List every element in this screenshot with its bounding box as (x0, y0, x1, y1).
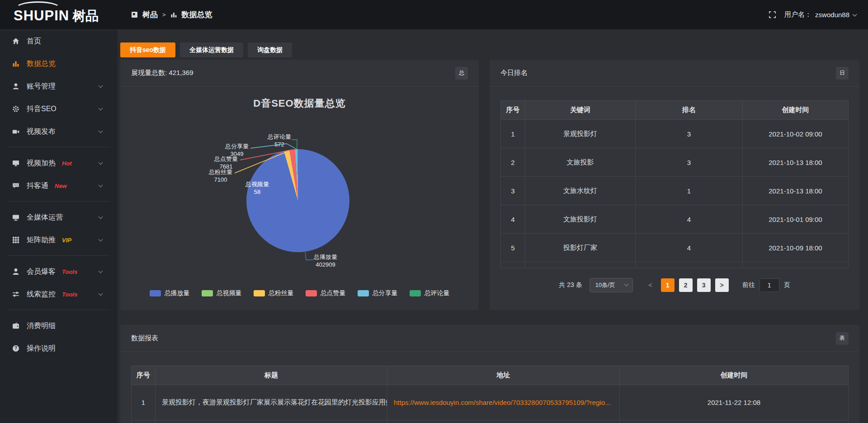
tab-media-operation-data[interactable]: 全媒体运营数据 (180, 42, 243, 57)
legend-label: 总视频量 (217, 289, 242, 297)
legend-swatch (254, 290, 265, 296)
cell-rank: 4 (636, 234, 743, 262)
goto-page-input[interactable] (760, 278, 779, 292)
divider (7, 201, 110, 202)
new-badge: New (55, 183, 67, 189)
sidebar-item-doukoutong[interactable]: 抖客通 New (0, 174, 118, 197)
chevron-down-icon (99, 183, 103, 188)
tab-douyin-seo-data[interactable]: 抖音seo数据 (120, 42, 175, 57)
sidebar-item-label: 首页 (27, 37, 41, 46)
sidebar-item-label: 全媒体运营 (27, 213, 63, 222)
sidebar-item-video-publish[interactable]: 视频发布 (0, 120, 118, 143)
cell-no: 2 (501, 148, 525, 177)
day-view-button[interactable]: 日 (836, 67, 849, 80)
sidebar-item-member-burst[interactable]: 会员爆客 Tools (0, 260, 118, 283)
chat-icon (12, 182, 20, 190)
page-button-1[interactable]: 1 (661, 278, 675, 292)
chevron-down-icon (99, 291, 103, 296)
sidebar-item-label: 抖音SEO (27, 104, 57, 114)
sidebar-item-matrix-boost[interactable]: 矩阵助推 VIP (0, 229, 118, 251)
cell-time: 2021-11-22 12:08 (620, 385, 849, 420)
page-size-select[interactable]: 10条/页 (590, 278, 633, 292)
legend-label: 总点赞量 (321, 289, 346, 297)
cell-time: 2021-10-09 18:00 (743, 234, 849, 262)
legend-label: 总分享量 (373, 289, 398, 297)
chevron-down-icon (99, 237, 103, 242)
bar-chart-icon (12, 60, 20, 68)
column-header-time: 创建时间 (620, 366, 849, 385)
legend-swatch (306, 290, 317, 296)
sidebar-item-consumption[interactable]: 消费明细 (0, 315, 118, 337)
legend-item-fans[interactable]: 总粉丝量 (254, 289, 294, 297)
report-table: 序号 标题 地址 创建时间 1 景观投影灯，夜游景观投影灯厂家展示展示落花灯在花… (131, 366, 849, 423)
total-count: 共 23 条 (559, 281, 582, 289)
legend-item-plays[interactable]: 总播放量 (150, 289, 190, 297)
cell-keyword: 投影灯厂家 (525, 234, 636, 262)
table-row: 5 投影灯厂家 4 2021-10-09 18:00 (501, 234, 849, 262)
cell-rank: 3 (636, 120, 743, 148)
cell-no: 1 (501, 120, 525, 148)
table-row: 3 文旅水纹灯 1 2021-10-13 18:00 (501, 177, 849, 205)
sidebar: 首页 数据总览 账号管理 抖音SEO 视频发布 视频加热 Hot 抖客通 New… (0, 30, 118, 423)
chart-legend: 总播放量 总视频量 总粉丝量 总点赞量 总分享量 总评论量 (120, 289, 479, 297)
breadcrumb-current: 数据总览 (182, 9, 212, 20)
legend-item-likes[interactable]: 总点赞量 (306, 289, 346, 297)
pie-label-name: 总粉丝量 (209, 168, 232, 176)
cell-url-link[interactable]: https://www.iesdouyin.com/share/video/70… (387, 385, 620, 420)
cell-no: 1 (132, 385, 156, 420)
member-icon (12, 268, 20, 276)
logo: SHUPIN 树品 (0, 0, 118, 30)
cell-title: 景观投影灯，夜游景观投影灯厂家展示展示落花灯在花园里的灯光投影应用效果 # (156, 385, 387, 420)
chart-title: D音SEO数据量总览 (120, 97, 479, 110)
pie-label-videos: 总视频量 58 (242, 180, 272, 196)
video-icon (12, 127, 20, 136)
sidebar-item-instructions[interactable]: ? 操作说明 (0, 337, 118, 360)
page-size-value: 10条/页 (595, 282, 615, 288)
legend-item-shares[interactable]: 总分享量 (358, 289, 398, 297)
cell-no: 4 (501, 205, 525, 234)
sidebar-item-label: 视频发布 (27, 127, 56, 136)
table-header-row: 序号 关键词 排名 创建时间 (501, 101, 849, 120)
total-view-button[interactable]: 总 (455, 67, 468, 80)
page-button-2[interactable]: 2 (679, 278, 693, 292)
username-label: 用户名： (784, 10, 811, 19)
prev-page-button[interactable]: < (645, 282, 656, 289)
table-view-button[interactable]: 表 (836, 332, 849, 345)
sidebar-item-label: 消费明细 (27, 321, 56, 331)
legend-item-videos[interactable]: 总视频量 (202, 289, 242, 297)
tools-badge: Tools (62, 268, 77, 275)
panel-title: 展现量总数: 421,369 (131, 69, 193, 77)
sidebar-item-media-operation[interactable]: 全媒体运营 (0, 206, 118, 229)
cell-rank: 3 (636, 148, 743, 177)
breadcrumb: 树品 > 数据总览 (131, 9, 212, 20)
sidebar-item-data-overview[interactable]: 数据总览 (0, 52, 118, 75)
page-button-3[interactable]: 3 (697, 278, 711, 292)
vip-badge: VIP (62, 237, 71, 244)
cell-keyword: 文旅投影灯 (525, 205, 636, 234)
pie-label-name: 总评论量 (268, 133, 291, 141)
sidebar-item-douyin-seo[interactable]: 抖音SEO (0, 98, 118, 120)
tools-badge: Tools (62, 291, 77, 298)
pie-chart[interactable] (246, 149, 349, 252)
sliders-icon (12, 290, 20, 298)
legend-item-comments[interactable]: 总评论量 (410, 289, 450, 297)
bar-chart-icon (170, 11, 177, 18)
cell-rank: 4 (636, 205, 743, 234)
user-menu[interactable]: 用户名：zswodun88 (784, 10, 856, 19)
total-value: 421,369 (169, 69, 193, 76)
divider (7, 147, 110, 147)
top-bar: SHUPIN 树品 树品 > 数据总览 用户名：zswodun88 (0, 0, 868, 30)
sidebar-item-home[interactable]: 首页 (0, 30, 118, 52)
next-page-button[interactable]: > (715, 278, 729, 292)
pie-label-name: 总分享量 (225, 142, 249, 150)
table-row: 2 文旅投影 3 2021-10-13 18:00 (501, 148, 849, 177)
cell-no: 3 (501, 177, 525, 205)
sidebar-item-lead-monitor[interactable]: 线索监控 Tools (0, 283, 118, 306)
legend-label: 总播放量 (165, 289, 190, 297)
sidebar-item-video-heat[interactable]: 视频加热 Hot (0, 152, 118, 174)
sidebar-item-account[interactable]: 账号管理 (0, 75, 118, 98)
breadcrumb-root[interactable]: 树品 (142, 9, 158, 20)
tab-inquiry-data[interactable]: 询盘数据 (248, 42, 292, 57)
sidebar-item-label: 数据总览 (27, 59, 56, 69)
fullscreen-icon[interactable] (769, 11, 776, 19)
